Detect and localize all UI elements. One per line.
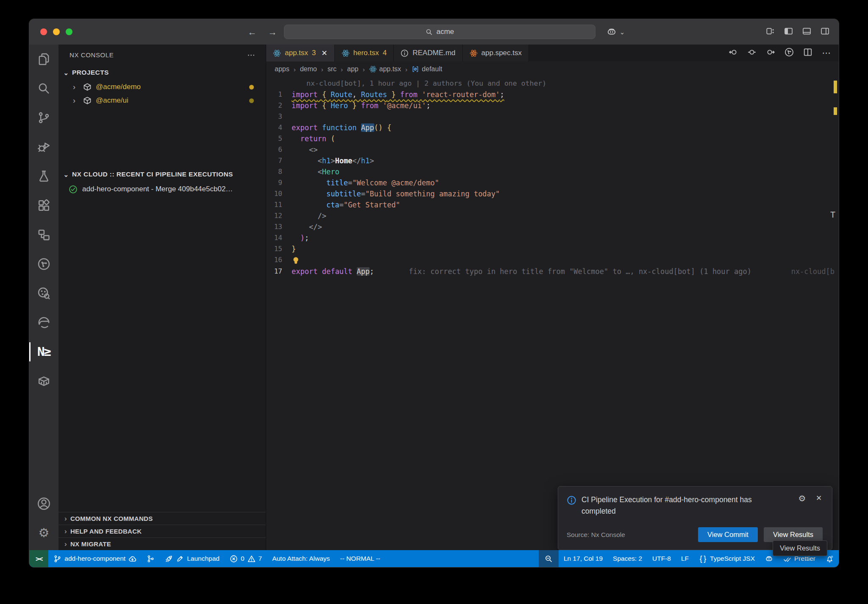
notification-message: CI Pipeline Execution for #add-hero-comp… xyxy=(581,494,773,517)
extensions-icon xyxy=(37,199,50,212)
activity-item-nx-console[interactable]: N≥ xyxy=(29,337,58,366)
edge-icon xyxy=(37,316,50,329)
toggle-secondary-sidebar-button[interactable] xyxy=(821,27,829,37)
line-content: /> xyxy=(292,210,326,221)
breadcrumb-item-app.tsx[interactable]: app.tsx xyxy=(369,65,401,73)
activity-item-project-references[interactable] xyxy=(29,220,58,249)
copilot-menu-button[interactable]: ⌄ xyxy=(606,19,626,45)
tab-app.tsx[interactable]: app.tsx3✕ xyxy=(266,45,335,62)
activity-item-containers[interactable] xyxy=(29,366,58,396)
project-item--acme-demo[interactable]: ›@acme/demo xyxy=(58,80,266,94)
activity-item-testing[interactable] xyxy=(29,162,58,191)
activity-item-explorer[interactable] xyxy=(29,45,58,74)
projects-header-label: PROJECTS xyxy=(72,69,109,76)
toggle-panel-button[interactable] xyxy=(802,27,811,37)
close-tab-icon[interactable]: ✕ xyxy=(320,49,327,58)
breadcrumb-label: app xyxy=(347,65,359,73)
activity-item-search[interactable] xyxy=(29,74,58,103)
search-icon xyxy=(426,28,433,36)
toggle-sidebar-button[interactable] xyxy=(784,27,793,37)
forward-circle-button[interactable] xyxy=(766,48,775,59)
minimize-window-button[interactable] xyxy=(53,28,60,35)
breadcrumb-item-src[interactable]: src xyxy=(328,65,337,73)
status-remote-indicator[interactable]: >< xyxy=(29,550,48,567)
status-auto-attach[interactable]: Auto Attach: Always xyxy=(267,550,335,567)
activity-item-run-and-debug[interactable] xyxy=(29,132,58,162)
pipeline-execution-label: add-hero-component - Merge 409b44e5cb02… xyxy=(82,185,233,193)
line-content: import { Route, Routes } from 'react-rou… xyxy=(292,89,504,100)
rocket-icon xyxy=(165,555,173,563)
code-editor[interactable]: nx-cloud[bot], 1 hour ago | 2 authors (Y… xyxy=(266,77,839,550)
toggle-sidebar-icon xyxy=(784,27,793,36)
close-icon[interactable]: ✕ xyxy=(815,495,823,502)
run-circle-button[interactable] xyxy=(785,48,794,59)
breadcrumb-item-apps[interactable]: apps xyxy=(275,65,289,73)
git-blame-annotation: nx-cloud[bot], 1 hour ago | 2 authors (Y… xyxy=(266,78,839,89)
activity-item-nx-graph-search[interactable] xyxy=(29,279,58,308)
status-launchpad[interactable]: Launchpad xyxy=(160,550,225,567)
tab-hero.tsx[interactable]: hero.tsx4 xyxy=(335,45,394,62)
nx-cloud-section-header[interactable]: ⌄ NX CLOUD :: RECENT CI PIPELINE EXECUTI… xyxy=(58,167,266,182)
more-actions-icon[interactable]: ⋯ xyxy=(247,51,256,59)
line-number: 1 xyxy=(266,89,292,100)
status-zoom-indicator[interactable] xyxy=(539,550,559,567)
status-vim-mode[interactable]: -- NORMAL -- xyxy=(335,550,385,567)
status-cursor-position[interactable]: Ln 17, Col 19 xyxy=(559,550,608,567)
line-content: export default App; fix: correct typo in… xyxy=(292,266,751,277)
view-commit-button[interactable]: View Commit xyxy=(698,527,758,542)
more-actions-icon: ⋯ xyxy=(247,51,256,59)
more-actions-button[interactable]: ⋯ xyxy=(822,48,831,58)
lightbulb-icon[interactable] xyxy=(292,256,300,265)
breadcrumb-item-app[interactable]: app xyxy=(347,65,359,73)
customize-layout-button[interactable] xyxy=(766,27,775,37)
history-forward-button[interactable]: → xyxy=(268,26,277,38)
status-indentation[interactable]: Spaces: 2 xyxy=(608,550,647,567)
status-eol[interactable]: LF xyxy=(676,550,694,567)
status-encoding[interactable]: UTF-8 xyxy=(647,550,676,567)
sidebar-section-help-and-feedback[interactable]: ›HELP AND FEEDBACK xyxy=(58,525,266,537)
close-window-button[interactable] xyxy=(40,28,47,35)
status-pipeline-indicator[interactable] xyxy=(142,550,160,567)
sidebar-section-nx-migrate[interactable]: ›NX MIGRATE xyxy=(58,537,266,550)
command-center-search[interactable]: acme xyxy=(284,25,595,39)
history-back-button[interactable]: ← xyxy=(248,26,257,38)
breadcrumb-separator: › xyxy=(321,66,323,73)
activity-item-accounts[interactable] xyxy=(29,489,58,518)
history-back-icon: ← xyxy=(248,28,257,36)
react-blue-icon xyxy=(369,65,377,73)
chevron-down-icon: ⌄ xyxy=(63,171,70,178)
status-problems[interactable]: 07 xyxy=(225,550,267,567)
breadcrumb-item-demo[interactable]: demo xyxy=(300,65,317,73)
activity-item-nx-graph[interactable] xyxy=(29,249,58,279)
status-language-mode[interactable]: { }TypeScript JSX xyxy=(694,550,760,567)
project-item--acme-ui[interactable]: ›@acme/ui xyxy=(58,94,266,107)
tab-app.spec.tsx[interactable]: app.spec.tsx xyxy=(463,45,529,62)
zoom-window-button[interactable] xyxy=(66,28,72,35)
back-circle-button[interactable] xyxy=(729,48,738,59)
activity-item-extensions[interactable] xyxy=(29,191,58,220)
activity-item-edge-tools[interactable] xyxy=(29,308,58,337)
status-branch-indicator[interactable]: add-hero-component xyxy=(48,550,142,567)
search-value: acme xyxy=(437,28,454,36)
status-text: Launchpad xyxy=(187,555,220,562)
view-results-button[interactable]: View Results xyxy=(764,527,823,542)
ci-pipeline-execution-item[interactable]: add-hero-component - Merge 409b44e5cb02… xyxy=(58,182,266,196)
activity-item-settings[interactable]: ⚙ xyxy=(29,518,58,548)
split-editor-button[interactable] xyxy=(803,48,812,59)
projects-section-header[interactable]: ⌄ PROJECTS xyxy=(58,65,266,80)
breadcrumb-item-default[interactable]: default xyxy=(412,65,442,73)
code-line-16: 16 xyxy=(266,254,839,266)
container-icon xyxy=(37,375,50,388)
sidebar-section-common-nx-commands[interactable]: ›COMMON NX COMMANDS xyxy=(58,512,266,525)
tab-README.md[interactable]: README.md xyxy=(394,45,462,62)
gear-icon[interactable]: ⚙ xyxy=(798,494,807,503)
circle-outline-button[interactable] xyxy=(747,48,757,59)
zoom-out-icon xyxy=(545,555,553,563)
breadcrumb: apps›demo›src›app›app.tsx›default xyxy=(266,62,839,77)
line-content: export function App() { xyxy=(292,122,392,133)
activity-item-source-control[interactable] xyxy=(29,103,58,132)
search-icon xyxy=(426,28,433,36)
line-content: <> xyxy=(292,144,317,155)
code-line-14: 14 ); xyxy=(266,232,839,243)
chevron-right-icon: › xyxy=(73,96,79,105)
